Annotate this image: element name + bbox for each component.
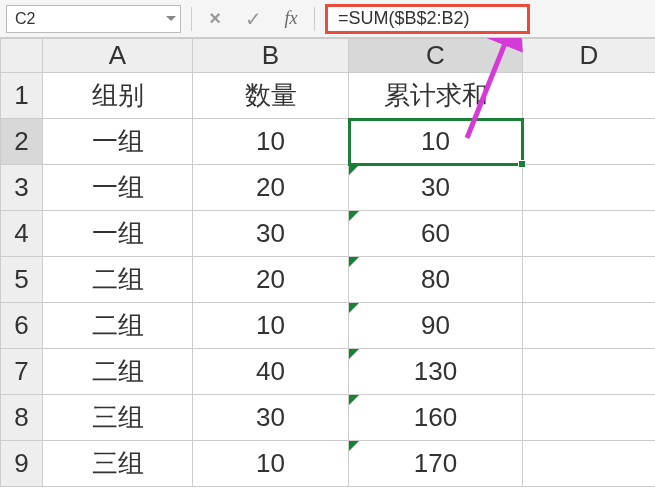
row-header-5[interactable]: 5 bbox=[1, 257, 43, 303]
row-header-2[interactable]: 2 bbox=[1, 119, 43, 165]
cell-D8[interactable] bbox=[523, 395, 656, 441]
error-indicator-icon[interactable] bbox=[349, 257, 359, 267]
col-header-A[interactable]: A bbox=[43, 39, 193, 73]
cell-C3[interactable]: 30 bbox=[349, 165, 523, 211]
row-header-6[interactable]: 6 bbox=[1, 303, 43, 349]
divider bbox=[191, 7, 192, 31]
error-indicator-icon[interactable] bbox=[349, 303, 359, 313]
cell-A6[interactable]: 二组 bbox=[43, 303, 193, 349]
cell-B1[interactable]: 数量 bbox=[193, 73, 349, 119]
formula-input[interactable]: =SUM($B$2:B2) bbox=[325, 4, 530, 34]
cell-C2[interactable]: 10 bbox=[349, 119, 523, 165]
row-header-1[interactable]: 1 bbox=[1, 73, 43, 119]
formula-bar: C2 × ✓ fx =SUM($B$2:B2) bbox=[0, 0, 655, 38]
confirm-icon[interactable]: ✓ bbox=[234, 5, 272, 33]
row-header-4[interactable]: 4 bbox=[1, 211, 43, 257]
cell-C8[interactable]: 160 bbox=[349, 395, 523, 441]
row-header-8[interactable]: 8 bbox=[1, 395, 43, 441]
cell-C1[interactable]: 累计求和 bbox=[349, 73, 523, 119]
cell-A4[interactable]: 一组 bbox=[43, 211, 193, 257]
cell-B7[interactable]: 40 bbox=[193, 349, 349, 395]
cell-C4[interactable]: 60 bbox=[349, 211, 523, 257]
cell-D2[interactable] bbox=[523, 119, 656, 165]
error-indicator-icon[interactable] bbox=[349, 165, 359, 175]
cell-B9[interactable]: 10 bbox=[193, 441, 349, 487]
row-header-3[interactable]: 3 bbox=[1, 165, 43, 211]
cell-D9[interactable] bbox=[523, 441, 656, 487]
cell-C5[interactable]: 80 bbox=[349, 257, 523, 303]
row-header-9[interactable]: 9 bbox=[1, 441, 43, 487]
cell-A1[interactable]: 组别 bbox=[43, 73, 193, 119]
cell-B2[interactable]: 10 bbox=[193, 119, 349, 165]
cell-B3[interactable]: 20 bbox=[193, 165, 349, 211]
cell-C9[interactable]: 170 bbox=[349, 441, 523, 487]
name-box-value: C2 bbox=[15, 10, 35, 28]
error-indicator-icon[interactable] bbox=[349, 395, 359, 405]
col-header-B[interactable]: B bbox=[193, 39, 349, 73]
error-indicator-icon[interactable] bbox=[349, 349, 359, 359]
cell-C7[interactable]: 130 bbox=[349, 349, 523, 395]
name-box[interactable]: C2 bbox=[6, 5, 181, 33]
cell-D5[interactable] bbox=[523, 257, 656, 303]
cancel-icon[interactable]: × bbox=[196, 5, 234, 33]
formula-text: =SUM($B$2:B2) bbox=[338, 8, 470, 29]
divider bbox=[314, 7, 315, 31]
cell-D3[interactable] bbox=[523, 165, 656, 211]
error-indicator-icon[interactable] bbox=[349, 211, 359, 221]
cell-A7[interactable]: 二组 bbox=[43, 349, 193, 395]
cell-D1[interactable] bbox=[523, 73, 656, 119]
cell-A9[interactable]: 三组 bbox=[43, 441, 193, 487]
row-header-7[interactable]: 7 bbox=[1, 349, 43, 395]
select-all-corner[interactable] bbox=[1, 39, 43, 73]
fx-icon[interactable]: fx bbox=[272, 5, 310, 33]
cell-B5[interactable]: 20 bbox=[193, 257, 349, 303]
cell-C2-value: 10 bbox=[421, 126, 450, 156]
cell-B4[interactable]: 30 bbox=[193, 211, 349, 257]
cell-D6[interactable] bbox=[523, 303, 656, 349]
col-header-C[interactable]: C bbox=[349, 39, 523, 73]
grid[interactable]: A B C D 1 组别 数量 累计求和 2 一组 10 10 3 一组 20 … bbox=[0, 38, 655, 487]
spreadsheet-area: A B C D 1 组别 数量 累计求和 2 一组 10 10 3 一组 20 … bbox=[0, 38, 655, 487]
col-header-D[interactable]: D bbox=[523, 39, 656, 73]
cell-D4[interactable] bbox=[523, 211, 656, 257]
error-indicator-icon[interactable] bbox=[349, 441, 359, 451]
cell-D7[interactable] bbox=[523, 349, 656, 395]
cell-A5[interactable]: 二组 bbox=[43, 257, 193, 303]
cell-C6[interactable]: 90 bbox=[349, 303, 523, 349]
cell-A2[interactable]: 一组 bbox=[43, 119, 193, 165]
chevron-down-icon[interactable] bbox=[166, 16, 176, 21]
cell-A8[interactable]: 三组 bbox=[43, 395, 193, 441]
cell-B8[interactable]: 30 bbox=[193, 395, 349, 441]
fill-handle[interactable] bbox=[518, 160, 526, 168]
cell-B6[interactable]: 10 bbox=[193, 303, 349, 349]
cell-A3[interactable]: 一组 bbox=[43, 165, 193, 211]
